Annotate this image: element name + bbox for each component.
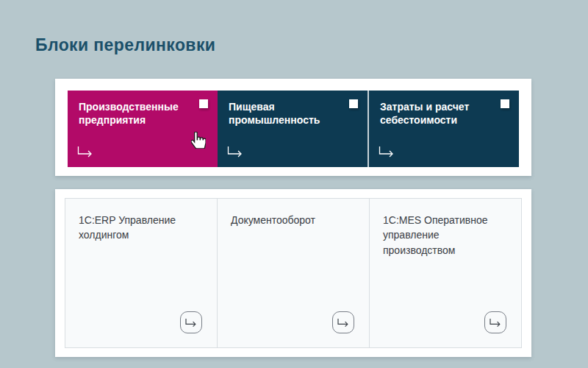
top-links-panel: Производственные предприятия Пищевая про… bbox=[55, 79, 531, 176]
link-arrow-icon bbox=[337, 318, 349, 328]
card-arrow-button[interactable] bbox=[484, 311, 506, 333]
bottom-card-label: 1С:ERP Управление холдингом bbox=[79, 213, 204, 243]
bottom-card-label: Документооборот bbox=[231, 213, 356, 227]
top-card-label: Производственные предприятия bbox=[68, 91, 218, 127]
card-arrow-button[interactable] bbox=[180, 311, 202, 333]
top-card-label: Затраты и расчет себестоимости bbox=[369, 91, 519, 127]
square-marker-icon bbox=[501, 99, 509, 108]
top-card-label: Пищевая промышленность bbox=[218, 91, 368, 127]
link-arrow-icon bbox=[490, 318, 501, 328]
square-marker-icon bbox=[349, 99, 358, 108]
card-arrow-button[interactable] bbox=[332, 311, 354, 333]
bottom-card-label: 1С:MES Оперативное управление производст… bbox=[383, 213, 508, 258]
bottom-card-docflow[interactable]: Документооборот bbox=[217, 199, 369, 347]
top-card-costing[interactable]: Затраты и расчет себестоимости bbox=[368, 91, 519, 167]
link-arrow-icon bbox=[227, 146, 243, 158]
bottom-cards-grid: 1С:ERP Управление холдингом Документообо… bbox=[65, 198, 522, 348]
top-cards-row: Производственные предприятия Пищевая про… bbox=[68, 91, 519, 167]
link-arrow-icon bbox=[379, 146, 395, 158]
square-marker-icon bbox=[199, 99, 208, 108]
link-arrow-icon bbox=[185, 318, 197, 328]
bottom-links-panel: 1С:ERP Управление холдингом Документообо… bbox=[55, 189, 531, 357]
top-card-food-industry[interactable]: Пищевая промышленность bbox=[218, 91, 368, 167]
top-card-manufacturing[interactable]: Производственные предприятия bbox=[68, 91, 218, 167]
link-arrow-icon bbox=[77, 146, 93, 158]
bottom-card-mes[interactable]: 1С:MES Оперативное управление производст… bbox=[369, 199, 521, 347]
bottom-card-erp-holding[interactable]: 1С:ERP Управление холдингом bbox=[65, 199, 217, 347]
page-title: Блоки перелинковки bbox=[35, 35, 215, 55]
hand-cursor-icon bbox=[191, 132, 206, 149]
